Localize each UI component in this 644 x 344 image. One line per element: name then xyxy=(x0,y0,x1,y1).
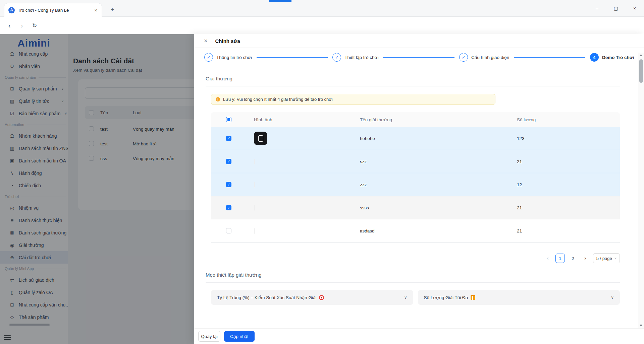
scrollbar-thumb[interactable] xyxy=(639,59,643,83)
drawer-title: Chỉnh sửa xyxy=(215,38,240,44)
prize-row[interactable]: ✓ ssss 21 xyxy=(211,196,620,219)
warning-icon: ! xyxy=(216,97,220,101)
prize-image xyxy=(254,205,255,211)
column-ten-giai-thuong: Tên giải thưởng xyxy=(355,117,513,122)
prize-image xyxy=(254,182,255,188)
select-all-checkbox[interactable] xyxy=(226,117,231,122)
prizes-table-header: Hình ảnh Tên giải thưởng Số lượng xyxy=(211,112,620,127)
edit-drawer: × Chỉnh sửa ✓ Thông tin trò chơi ✓ Thiết… xyxy=(194,34,644,344)
chevron-down-icon: ∨ xyxy=(614,257,617,260)
maximize-button[interactable]: ▢ xyxy=(606,0,625,17)
prize-image xyxy=(254,159,255,164)
row-checkbox[interactable] xyxy=(226,228,231,233)
column-hinh-anh: Hình ảnh xyxy=(245,117,355,122)
tab-close-icon[interactable]: × xyxy=(93,7,98,13)
divider xyxy=(206,86,620,86)
drawer-close-icon[interactable]: × xyxy=(204,38,208,44)
next-page-icon[interactable]: › xyxy=(581,255,590,261)
browser-tab[interactable]: A Trò chơi - Công Ty Bán Lẻ × xyxy=(4,3,102,17)
prev-page-icon[interactable]: ‹ xyxy=(543,255,552,261)
browser-toolbar: ‹ › ↻ admin.aimini.vn/v2/settings ✦ xyxy=(0,17,644,34)
back-button[interactable]: ‹ xyxy=(5,21,14,30)
new-tab-button[interactable]: + xyxy=(108,5,117,14)
close-window-button[interactable]: × xyxy=(625,0,644,17)
target-icon xyxy=(319,295,324,300)
tab-loading-indicator xyxy=(269,0,291,2)
drawer-footer: Quay lại Cập nhật xyxy=(194,328,644,344)
update-button[interactable]: Cập nhật xyxy=(224,331,255,342)
chevron-down-icon: ∨ xyxy=(611,295,614,300)
column-so-luong: Số lượng xyxy=(513,117,620,122)
page-2-button[interactable]: 2 xyxy=(568,254,578,263)
scrollbar[interactable] xyxy=(638,53,644,328)
step-connector xyxy=(383,57,454,58)
page-1-button[interactable]: 1 xyxy=(555,254,565,263)
browser-titlebar: A Trò chơi - Công Ty Bán Lẻ × + – ▢ × xyxy=(0,0,644,17)
prizes-table: Hình ảnh Tên giải thưởng Số lượng ✓ hehe… xyxy=(211,112,620,243)
prize-row[interactable]: asdasd 21 xyxy=(211,219,620,243)
page-size-select[interactable]: 5 / page ∨ xyxy=(593,253,620,263)
drawer-header: × Chỉnh sửa xyxy=(194,34,644,48)
tips-panels: Tỷ Lệ Trúng (%) – Kiểm Soát Xác Suất Nhậ… xyxy=(211,290,620,305)
prizes-section-title: Giải thưởng xyxy=(206,76,620,81)
prize-row[interactable]: ✓ zzz 12 xyxy=(211,173,620,196)
step-check-icon: ✓ xyxy=(332,53,341,62)
warning-alert: ! Lưu ý: Vui lòng chọn ít nhất 4 giải th… xyxy=(211,94,495,105)
reload-button[interactable]: ↻ xyxy=(30,21,39,30)
row-checkbox[interactable]: ✓ xyxy=(226,136,231,141)
prize-row[interactable]: ✓ szz 21 xyxy=(211,150,620,173)
step-check-icon: ✓ xyxy=(204,53,213,62)
step-4[interactable]: 4 Demo Trò chơi xyxy=(590,53,634,62)
back-button[interactable]: Quay lại xyxy=(198,331,220,342)
scroll-down-icon[interactable] xyxy=(640,325,642,327)
row-checkbox[interactable]: ✓ xyxy=(226,182,231,187)
step-3[interactable]: ✓ Cấu hình giao diện xyxy=(459,53,509,62)
prize-image xyxy=(254,228,255,234)
window-controls: – ▢ × xyxy=(588,0,644,17)
max-prizes-panel[interactable]: Số Lượng Giải Tối Đa ∨ xyxy=(418,290,620,305)
forward-button[interactable]: › xyxy=(17,21,26,30)
row-checkbox[interactable]: ✓ xyxy=(226,159,231,164)
win-rate-panel[interactable]: Tỷ Lệ Trúng (%) – Kiểm Soát Xác Suất Nhậ… xyxy=(211,290,413,305)
step-connector xyxy=(514,57,585,58)
prize-row[interactable]: ✓ hehehe 123 xyxy=(211,127,620,150)
chevron-down-icon: ∨ xyxy=(404,295,407,300)
divider xyxy=(206,282,620,283)
jar-icon xyxy=(258,135,263,142)
scroll-up-icon[interactable] xyxy=(640,54,642,56)
step-2[interactable]: ✓ Thiết lập trò chơi xyxy=(332,53,378,62)
step-number: 4 xyxy=(590,53,599,62)
tab-title: Trò chơi - Công Ty Bán Lẻ xyxy=(18,8,90,13)
gift-icon xyxy=(471,295,475,300)
warning-text: Lưu ý: Vui lòng chọn ít nhất 4 giải thưở… xyxy=(223,97,333,102)
wizard-stepper: ✓ Thông tin trò chơi ✓ Thiết lập trò chơ… xyxy=(194,48,644,67)
step-connector xyxy=(257,57,328,58)
pagination: ‹ 1 2 › 5 / page ∨ xyxy=(206,253,620,263)
minimize-button[interactable]: – xyxy=(588,0,606,17)
favicon: A xyxy=(8,7,15,13)
step-1[interactable]: ✓ Thông tin trò chơi xyxy=(204,53,252,62)
row-checkbox[interactable]: ✓ xyxy=(226,205,231,210)
tips-section-title: Mẹo thiết lập giải thưởng xyxy=(206,272,620,278)
drawer-body: Giải thưởng ! Lưu ý: Vui lòng chọn ít nh… xyxy=(194,67,644,328)
prize-image xyxy=(254,132,267,145)
step-check-icon: ✓ xyxy=(459,53,468,62)
